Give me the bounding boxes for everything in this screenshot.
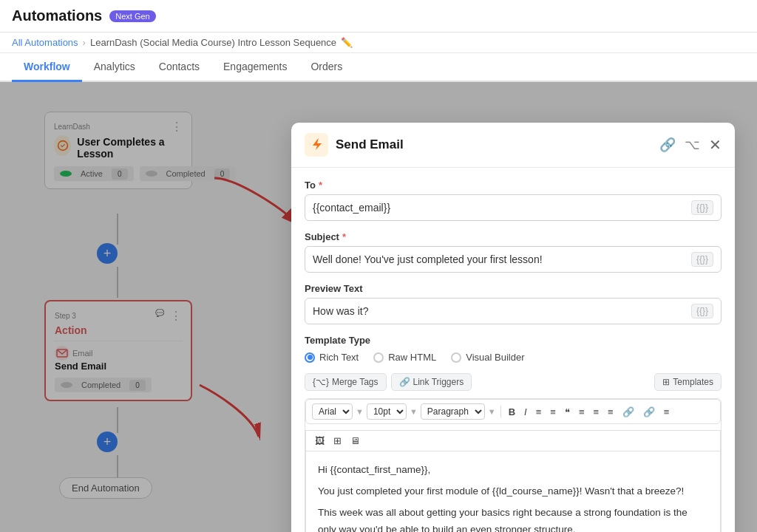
editor-toolbar: {⌥} Merge Tags 🔗 Link Triggers ⊞ Templat… xyxy=(305,373,722,391)
tab-engagements[interactable]: Engagements xyxy=(211,53,299,82)
radio-rich-text[interactable]: Rich Text xyxy=(305,352,359,363)
preview-merge-tag-btn[interactable]: {{}} xyxy=(691,304,713,318)
radio-visual-builder[interactable]: Visual Builder xyxy=(451,352,524,363)
link-triggers-btn[interactable]: 🔗 Link Triggers xyxy=(391,373,472,391)
email-line-2: You just completed your first module of … xyxy=(318,483,708,500)
breadcrumb: All Automations › LearnDash (Social Medi… xyxy=(0,33,757,53)
tab-analytics[interactable]: Analytics xyxy=(82,53,147,82)
subject-field-group: Subject * {{}} xyxy=(305,231,722,273)
main-area: LearnDash ⋮ User Completes a Lesson Acti… xyxy=(0,82,757,532)
link-icon-editor[interactable]: 🔗 xyxy=(619,405,637,419)
templates-btn[interactable]: ⊞ Templates xyxy=(654,373,722,391)
table-icon[interactable]: ⊞ xyxy=(330,434,344,448)
preview-text-input-row[interactable]: {{}} xyxy=(305,298,722,324)
subject-merge-tag-btn[interactable]: {{}} xyxy=(691,252,713,267)
toolbar-left: {⌥} Merge Tags 🔗 Link Triggers xyxy=(305,373,472,391)
breadcrumb-current: LearnDash (Social Media Course) Intro Le… xyxy=(90,37,336,48)
to-required: * xyxy=(319,180,322,191)
radio-raw-html[interactable]: Raw HTML xyxy=(373,352,436,363)
templates-icon: ⊞ xyxy=(662,377,670,387)
modal-header-left: Send Email xyxy=(305,133,404,157)
align-right-icon[interactable]: ≡ xyxy=(605,405,617,419)
italic-icon[interactable]: I xyxy=(521,405,530,419)
to-label: To * xyxy=(305,180,722,191)
modal-header: Send Email 🔗 ⌥ ✕ xyxy=(291,123,735,168)
modal-lightning-icon xyxy=(305,133,328,157)
bold-icon[interactable]: B xyxy=(506,405,518,419)
editor-content[interactable]: Hi {{contact_first_name}}, You just comp… xyxy=(305,451,721,532)
font-select[interactable]: Arial xyxy=(312,403,353,420)
format-bar: Arial ▼ 10pt ▼ Paragraph ▼ B I ≡ ≡ xyxy=(305,399,721,424)
format-bar-2: 🖼 ⊞ 🖥 xyxy=(305,430,721,451)
close-icon[interactable]: ✕ xyxy=(709,136,722,154)
top-bar: Automations Next Gen xyxy=(0,0,757,33)
more-icon[interactable]: ≡ xyxy=(661,405,673,419)
template-type-label: Template Type xyxy=(305,335,722,346)
align-left-icon[interactable]: ≡ xyxy=(576,405,588,419)
email-line-1: Hi {{contact_first_name}}, xyxy=(318,462,708,479)
next-gen-badge: Next Gen xyxy=(109,10,155,22)
preview-text-input[interactable] xyxy=(313,305,691,317)
preview-text-label: Preview Text xyxy=(305,283,722,294)
to-field-group: To * {{}} xyxy=(305,180,722,221)
template-type-group: Template Type Rich Text Raw HTML Visual … xyxy=(305,335,722,363)
to-input-row[interactable]: {{}} xyxy=(305,194,722,221)
subject-label: Subject * xyxy=(305,231,722,242)
email-line-3: This week was all about getting your bas… xyxy=(318,505,708,532)
page-title: Automations xyxy=(12,7,102,24)
radio-raw-html-label: Raw HTML xyxy=(388,352,436,363)
monitor-icon[interactable]: 🖥 xyxy=(347,434,363,448)
font-size-select[interactable]: 10pt xyxy=(367,403,407,420)
to-input[interactable] xyxy=(313,202,691,214)
edit-icon[interactable]: ✏️ xyxy=(341,37,353,48)
modal-body: To * {{}} Subject * {{}} xyxy=(291,168,735,532)
blockquote-icon[interactable]: ❝ xyxy=(562,405,573,419)
subject-input[interactable] xyxy=(313,253,691,265)
modal-header-right: 🔗 ⌥ ✕ xyxy=(659,136,722,154)
divider-1 xyxy=(500,406,501,417)
radio-rich-text-circle xyxy=(305,352,315,363)
radio-rich-text-label: Rich Text xyxy=(319,352,359,363)
link-icon-small: 🔗 xyxy=(399,377,410,387)
tab-workflow[interactable]: Workflow xyxy=(12,53,82,82)
ol-icon[interactable]: ≡ xyxy=(533,405,545,419)
ul-icon[interactable]: ≡ xyxy=(547,405,559,419)
link-icon[interactable]: 🔗 xyxy=(659,137,676,153)
radio-group: Rich Text Raw HTML Visual Builder xyxy=(305,352,722,363)
preview-text-group: Preview Text {{}} xyxy=(305,283,722,324)
editor-border: Arial ▼ 10pt ▼ Paragraph ▼ B I ≡ ≡ xyxy=(305,398,722,532)
all-automations-link[interactable]: All Automations xyxy=(12,37,78,48)
merge-tags-btn[interactable]: {⌥} Merge Tags xyxy=(305,373,387,391)
code-icon[interactable]: ⌥ xyxy=(685,137,700,153)
align-center-icon[interactable]: ≡ xyxy=(590,405,602,419)
image-icon[interactable]: 🖼 xyxy=(312,434,327,448)
subject-required: * xyxy=(342,231,346,242)
send-email-modal: Send Email 🔗 ⌥ ✕ To * {{}} xyxy=(291,123,735,532)
merge-tags-icon: {⌥} xyxy=(313,377,329,387)
subject-input-row[interactable]: {{}} xyxy=(305,246,722,273)
nav-tabs: Workflow Analytics Contacts Engagements … xyxy=(0,53,757,82)
tab-contacts[interactable]: Contacts xyxy=(147,53,211,82)
modal-title: Send Email xyxy=(336,137,404,152)
radio-raw-html-circle xyxy=(373,352,384,363)
radio-visual-builder-circle xyxy=(451,352,461,363)
breadcrumb-chevron: › xyxy=(83,37,86,48)
to-merge-tag-btn[interactable]: {{}} xyxy=(691,200,713,215)
paragraph-select[interactable]: Paragraph xyxy=(421,403,485,420)
unlink-icon[interactable]: 🔗 xyxy=(640,405,658,419)
radio-visual-builder-label: Visual Builder xyxy=(466,352,524,363)
tab-orders[interactable]: Orders xyxy=(299,53,354,82)
